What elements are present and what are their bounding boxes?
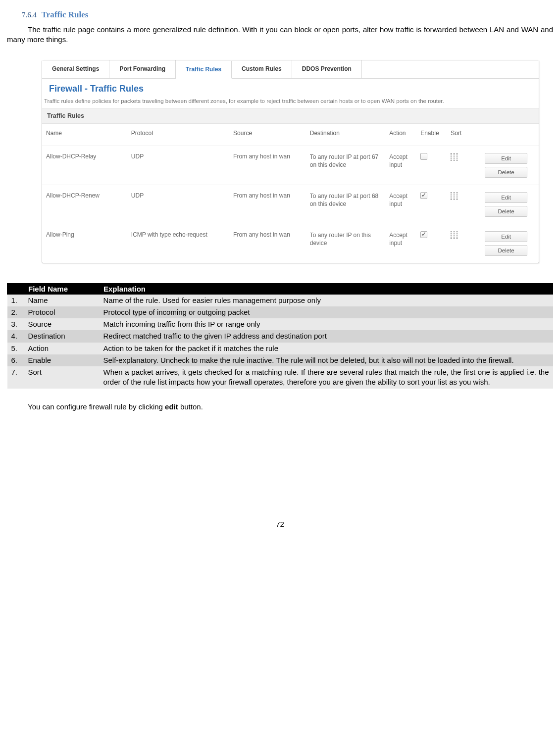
- field-row: 2. Protocol Protocol type of incoming or…: [7, 306, 553, 318]
- sort-handle-icon[interactable]: [454, 192, 458, 200]
- panel-title: Firewall - Traffic Rules: [42, 79, 539, 97]
- edit-button[interactable]: Edit: [485, 153, 527, 164]
- field-header-exp: Explanation: [100, 283, 553, 294]
- closing-pre: You can configure firewall rule by click…: [28, 402, 165, 411]
- cell-name: Allow-DHCP-Renew: [42, 185, 127, 224]
- section-number: 7.6.4: [22, 11, 37, 19]
- sort-handle-icon[interactable]: [454, 153, 458, 161]
- field-num: 1.: [7, 294, 24, 306]
- field-num: 7.: [7, 366, 24, 389]
- field-name: Name: [24, 294, 100, 306]
- field-row: 7. Sort When a packet arrives, it gets c…: [7, 366, 553, 389]
- cell-action: Accept input: [385, 185, 416, 224]
- cell-source: From any host in wan: [229, 185, 306, 224]
- delete-button[interactable]: Delete: [485, 206, 527, 217]
- field-exp: Self-explanatory. Uncheck to make the ru…: [100, 354, 553, 366]
- panel-description: Traffic rules define policies for packet…: [42, 97, 539, 108]
- closing-paragraph: You can configure firewall rule by click…: [7, 402, 553, 411]
- closing-bold: edit: [165, 402, 178, 411]
- cell-enable: [416, 224, 447, 263]
- field-exp: Match incoming traffic from this IP or r…: [100, 318, 553, 330]
- section-bar: Traffic Rules: [42, 108, 539, 124]
- delete-button[interactable]: Delete: [485, 245, 527, 256]
- rules-table: Name Protocol Source Destination Action …: [42, 124, 539, 263]
- field-name: Action: [24, 343, 100, 354]
- table-row: Allow-DHCP-Relay UDP From any host in wa…: [42, 146, 539, 185]
- enable-checkbox[interactable]: [420, 192, 427, 199]
- table-row: Allow-Ping ICMP with type echo-request F…: [42, 224, 539, 263]
- field-row: 1. Name Name of the rule. Used for easie…: [7, 294, 553, 306]
- sort-handle-icon[interactable]: [454, 231, 458, 239]
- tab-traffic-rules[interactable]: Traffic Rules: [176, 61, 232, 79]
- field-row: 5. Action Action to be taken for the pac…: [7, 343, 553, 354]
- cell-enable: [416, 146, 447, 185]
- field-name: Source: [24, 318, 100, 330]
- firewall-panel: General Settings Port Forwarding Traffic…: [42, 60, 539, 263]
- field-exp: When a packet arrives, it gets checked f…: [100, 366, 553, 389]
- field-explanation-table: Field Name Explanation 1. Name Name of t…: [7, 283, 553, 389]
- cell-protocol: UDP: [127, 185, 229, 224]
- field-name: Protocol: [24, 306, 100, 318]
- intro-paragraph: The traffic rule page contains a more ge…: [7, 25, 553, 45]
- page-number: 72: [7, 520, 553, 528]
- field-num: 6.: [7, 354, 24, 366]
- field-name: Destination: [24, 330, 100, 342]
- section-title: Traffic Rules: [42, 10, 89, 19]
- table-row: Allow-DHCP-Renew UDP From any host in wa…: [42, 185, 539, 224]
- cell-action: Accept input: [385, 146, 416, 185]
- field-num: 5.: [7, 343, 24, 354]
- cell-sort: [447, 146, 481, 185]
- cell-destination: To any router IP at port 67 on this devi…: [306, 146, 385, 185]
- col-destination: Destination: [306, 124, 385, 146]
- screenshot-container: General Settings Port Forwarding Traffic…: [42, 60, 553, 263]
- tab-spacer: [362, 60, 539, 78]
- enable-checkbox[interactable]: [420, 153, 427, 160]
- cell-sort: [447, 224, 481, 263]
- tab-port-forwarding[interactable]: Port Forwarding: [109, 60, 176, 78]
- cell-enable: [416, 185, 447, 224]
- cell-buttons: Edit Delete: [481, 185, 539, 224]
- field-exp: Name of the rule. Used for easier rules …: [100, 294, 553, 306]
- col-action: Action: [385, 124, 416, 146]
- intro-text: The traffic rule page contains a more ge…: [7, 25, 553, 45]
- field-num: 4.: [7, 330, 24, 342]
- col-enable: Enable: [416, 124, 447, 146]
- col-protocol: Protocol: [127, 124, 229, 146]
- enable-checkbox[interactable]: [420, 231, 427, 238]
- col-actions: [481, 124, 539, 146]
- field-row: 6. Enable Self-explanatory. Uncheck to m…: [7, 354, 553, 366]
- tab-custom-rules[interactable]: Custom Rules: [232, 60, 292, 78]
- cell-source: From any host in wan: [229, 224, 306, 263]
- edit-button[interactable]: Edit: [485, 192, 527, 203]
- field-header-name: Field Name: [24, 283, 100, 294]
- rules-header-row: Name Protocol Source Destination Action …: [42, 124, 539, 146]
- cell-source: From any host in wan: [229, 146, 306, 185]
- cell-name: Allow-Ping: [42, 224, 127, 263]
- field-exp: Protocol type of incoming or outgoing pa…: [100, 306, 553, 318]
- cell-destination: To any router IP on this device: [306, 224, 385, 263]
- col-sort: Sort: [447, 124, 481, 146]
- field-num: 2.: [7, 306, 24, 318]
- field-name: Enable: [24, 354, 100, 366]
- field-name: Sort: [24, 366, 100, 389]
- cell-destination: To any router IP at port 68 on this devi…: [306, 185, 385, 224]
- cell-protocol: ICMP with type echo-request: [127, 224, 229, 263]
- cell-protocol: UDP: [127, 146, 229, 185]
- cell-name: Allow-DHCP-Relay: [42, 146, 127, 185]
- field-num: 3.: [7, 318, 24, 330]
- field-header-row: Field Name Explanation: [7, 283, 553, 294]
- col-source: Source: [229, 124, 306, 146]
- closing-post: button.: [178, 402, 203, 411]
- tab-ddos-prevention[interactable]: DDOS Prevention: [292, 60, 362, 78]
- cell-buttons: Edit Delete: [481, 224, 539, 263]
- cell-action: Accept input: [385, 224, 416, 263]
- delete-button[interactable]: Delete: [485, 167, 527, 178]
- field-exp: Redirect matched traffic to the given IP…: [100, 330, 553, 342]
- edit-button[interactable]: Edit: [485, 231, 527, 242]
- tab-bar: General Settings Port Forwarding Traffic…: [42, 60, 539, 79]
- col-name: Name: [42, 124, 127, 146]
- tab-general-settings[interactable]: General Settings: [42, 60, 109, 78]
- field-exp: Action to be taken for the packet if it …: [100, 343, 553, 354]
- field-row: 3. Source Match incoming traffic from th…: [7, 318, 553, 330]
- field-header-num: [7, 283, 24, 294]
